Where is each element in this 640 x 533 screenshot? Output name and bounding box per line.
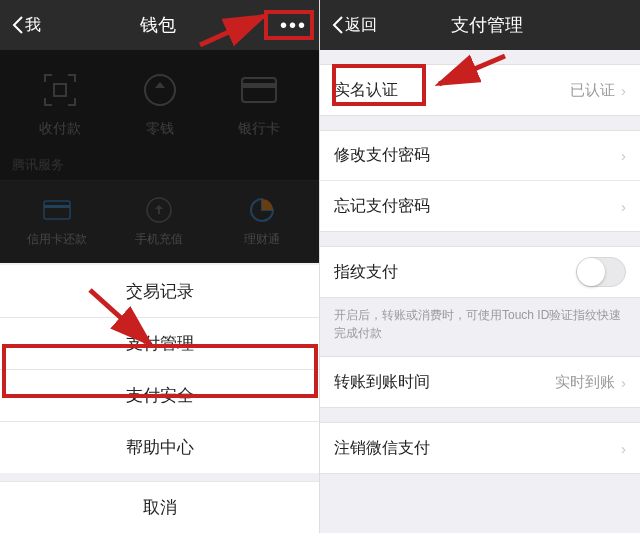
cell-touch-pay: 指纹支付 — [320, 247, 640, 297]
sheet-payment-security[interactable]: 支付安全 — [0, 369, 319, 421]
cell-forgot-password[interactable]: 忘记支付密码 › — [320, 181, 640, 231]
cell-label: 指纹支付 — [334, 262, 398, 283]
group-password: 修改支付密码 › 忘记支付密码 › — [320, 130, 640, 232]
pm-header: 返回 支付管理 — [320, 0, 640, 50]
payment-management-screen: 返回 支付管理 实名认证 已认证 › 修改支付密码 › 忘记支付密码 › 指纹支… — [320, 0, 640, 533]
toggle-knob — [577, 258, 605, 286]
chevron-right-icon: › — [621, 374, 626, 391]
row-label: 取消 — [143, 496, 177, 519]
group-touchid: 指纹支付 — [320, 246, 640, 298]
more-icon: ••• — [280, 15, 307, 35]
cell-deregister[interactable]: 注销微信支付 › — [320, 423, 640, 473]
dim-overlay — [0, 50, 319, 263]
cell-label: 转账到账时间 — [334, 372, 430, 393]
chevron-right-icon: › — [621, 147, 626, 164]
chevron-left-icon — [332, 16, 343, 34]
wallet-header: 我 钱包 ••• — [0, 0, 319, 50]
group-realname: 实名认证 已认证 › — [320, 64, 640, 116]
value-text: 已认证 — [570, 81, 615, 100]
row-label: 支付管理 — [126, 332, 194, 355]
group-transfer-time: 转账到账时间 实时到账 › — [320, 356, 640, 408]
cell-label: 注销微信支付 — [334, 438, 430, 459]
cell-value: 实时到账 › — [555, 373, 626, 392]
touch-pay-hint: 开启后，转账或消费时，可使用Touch ID验证指纹快速完成付款 — [320, 298, 640, 342]
wallet-top-area: 收付款 零钱 银行卡 腾讯服务 信用卡还款 — [0, 50, 319, 263]
back-button[interactable]: 我 — [12, 15, 41, 36]
wallet-screen: 我 钱包 ••• 收付款 零钱 银 — [0, 0, 320, 533]
sheet-cancel[interactable]: 取消 — [0, 481, 319, 533]
touch-pay-toggle[interactable] — [576, 257, 626, 287]
more-menu-button[interactable]: ••• — [275, 15, 307, 35]
value-text: 实时到账 — [555, 373, 615, 392]
cell-label: 修改支付密码 — [334, 145, 430, 166]
row-label: 帮助中心 — [126, 436, 194, 459]
pm-title: 支付管理 — [377, 13, 596, 37]
sheet-transaction-records[interactable]: 交易记录 — [0, 265, 319, 317]
cell-change-password[interactable]: 修改支付密码 › — [320, 131, 640, 181]
back-label: 返回 — [345, 15, 377, 36]
row-label: 交易记录 — [126, 280, 194, 303]
group-deregister: 注销微信支付 › — [320, 422, 640, 474]
action-sheet: 交易记录 支付管理 支付安全 帮助中心 取消 — [0, 265, 319, 533]
chevron-left-icon — [12, 16, 23, 34]
back-label: 我 — [25, 15, 41, 36]
cell-label: 忘记支付密码 — [334, 196, 430, 217]
sheet-help-center[interactable]: 帮助中心 — [0, 421, 319, 473]
cell-real-name-auth[interactable]: 实名认证 已认证 › — [320, 65, 640, 115]
sheet-gap — [0, 473, 319, 481]
cell-transfer-time[interactable]: 转账到账时间 实时到账 › — [320, 357, 640, 407]
back-button[interactable]: 返回 — [332, 15, 377, 36]
cell-label: 实名认证 — [334, 80, 398, 101]
chevron-right-icon: › — [621, 440, 626, 457]
wallet-title: 钱包 — [41, 13, 275, 37]
chevron-right-icon: › — [621, 198, 626, 215]
row-label: 支付安全 — [126, 384, 194, 407]
chevron-right-icon: › — [621, 82, 626, 99]
cell-value: 已认证 › — [570, 81, 626, 100]
sheet-payment-management[interactable]: 支付管理 — [0, 317, 319, 369]
